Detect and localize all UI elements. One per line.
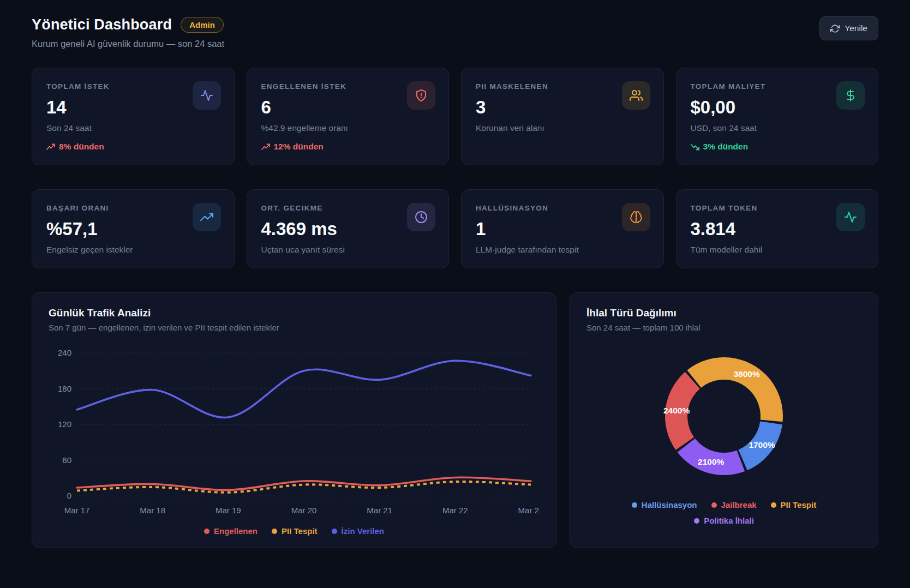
svg-text:180: 180 xyxy=(58,384,71,393)
stat-card-avg-latency: ORT. GECIKME 4.369 ms Uçtan uca yanıt sü… xyxy=(247,189,450,268)
donut-chart-title: İhlal Türü Dağılımı xyxy=(586,307,861,319)
stat-sub: LLM-judge tarafından tespit xyxy=(476,245,649,255)
trending-up-icon xyxy=(261,143,270,151)
legend-item-pii-tespit[interactable]: PII Tespit xyxy=(771,500,817,509)
legend-item-jailbreak[interactable]: Jailbreak xyxy=(711,500,757,509)
stat-card-pii-masked: PII MASKELENEN 3 Korunan veri alanı xyxy=(461,68,664,165)
violations-panel: İhlal Türü Dağılımı Son 24 saat — toplam… xyxy=(570,292,878,548)
legend-label: Hallüsinasyon xyxy=(642,500,697,509)
traffic-line-chart: 060120180240Mar 17Mar 18Mar 19Mar 20Mar … xyxy=(49,341,540,521)
stat-card-hallucination: HALLÜSINASYON 1 LLM-judge tarafından tes… xyxy=(461,189,664,268)
stat-card-total-cost: TOPLAM MALIYET $0,00 USD, son 24 saat 3%… xyxy=(676,68,879,165)
legend-label: Jailbreak xyxy=(721,500,757,509)
legend-dot xyxy=(272,529,277,534)
stat-card-total-tokens: TOPLAM TOKEN 3.814 Tüm modeller dahil xyxy=(676,189,879,268)
svg-text:60: 60 xyxy=(62,455,71,465)
dollar-icon xyxy=(836,81,865,110)
donut-chart-subtitle: Son 24 saat — toplam 100 ihlal xyxy=(586,323,861,332)
stat-trend-text: 12% dünden xyxy=(274,142,324,152)
legend-dot xyxy=(771,502,776,508)
stat-sub: %42.9 engelleme oranı xyxy=(261,123,435,133)
svg-text:Mar 20: Mar 20 xyxy=(291,506,317,515)
trending-up-icon xyxy=(193,203,221,231)
svg-text:120: 120 xyxy=(58,419,71,429)
svg-text:Mar 17: Mar 17 xyxy=(64,506,90,515)
svg-text:2100%: 2100% xyxy=(698,457,724,466)
refresh-label: Yenile xyxy=(845,23,867,33)
stat-trend: 12% dünden xyxy=(261,142,435,152)
legend-dot xyxy=(632,502,637,508)
legend-item-engellenen[interactable]: Engellenen xyxy=(204,526,258,536)
stat-sub: USD, son 24 saat xyxy=(691,123,864,133)
stat-sub: Korunan veri alanı xyxy=(476,123,649,133)
stat-trend: 3% dünden xyxy=(691,142,864,152)
svg-text:2400%: 2400% xyxy=(663,406,690,415)
stat-card-total-requests: TOPLAM İSTEK 14 Son 24 saat 8% dünden xyxy=(32,68,235,165)
traffic-chart-title: Günlük Trafik Analizi xyxy=(49,307,540,319)
clock-icon xyxy=(407,203,435,231)
svg-text:3800%: 3800% xyxy=(733,369,759,379)
activity-icon xyxy=(193,81,221,110)
stat-sub: Son 24 saat xyxy=(46,123,220,133)
header-block: Yönetici Dashboard Admin Kurum geneli AI… xyxy=(32,16,224,49)
stat-sub: Engelsiz geçen istekler xyxy=(46,245,220,255)
legend-dot xyxy=(204,529,209,534)
traffic-panel: Günlük Trafik Analizi Son 7 gün — engell… xyxy=(32,292,556,548)
svg-text:Mar 21: Mar 21 xyxy=(367,506,392,515)
stat-card-blocked-requests: ENGELLENEN İSTEK 6 %42.9 engelleme oranı… xyxy=(247,68,450,165)
legend-dot xyxy=(711,502,717,508)
svg-text:Mar 18: Mar 18 xyxy=(140,506,165,515)
legend-dot xyxy=(332,529,337,534)
svg-text:Mar 19: Mar 19 xyxy=(215,506,241,515)
svg-text:0: 0 xyxy=(67,491,71,500)
stat-trend: 8% dünden xyxy=(46,142,220,152)
svg-text:240: 240 xyxy=(58,348,71,357)
stat-trend-text: 3% dünden xyxy=(703,142,749,152)
traffic-legend: Engellenen PII Tespit İzin Verilen xyxy=(49,526,540,536)
legend-label: Engellenen xyxy=(214,526,258,536)
legend-dot xyxy=(694,518,699,524)
legend-label: PII Tespit xyxy=(282,526,318,536)
topbar: Yönetici Dashboard Admin Kurum geneli AI… xyxy=(32,16,878,49)
legend-item-izin-verilen[interactable]: İzin Verilen xyxy=(332,526,384,536)
legend-item-pii-tespit[interactable]: PII Tespit xyxy=(272,526,318,536)
bottom-section: Günlük Trafik Analizi Son 7 gün — engell… xyxy=(32,292,878,548)
users-icon xyxy=(622,81,650,110)
legend-label: Politika İhlali xyxy=(704,516,754,525)
legend-label: PII Tespit xyxy=(781,500,817,509)
stat-trend-text: 8% dünden xyxy=(59,142,104,152)
refresh-icon xyxy=(830,24,840,33)
legend-label: İzin Verilen xyxy=(342,526,384,536)
stat-sub: Tüm modeller dahil xyxy=(691,245,864,255)
trending-up-icon xyxy=(46,143,55,151)
svg-text:Mar 22: Mar 22 xyxy=(442,506,468,515)
page-title: Yönetici Dashboard xyxy=(32,16,172,33)
svg-text:Mar 23: Mar 23 xyxy=(518,506,540,515)
activity-icon xyxy=(836,203,865,231)
refresh-button[interactable]: Yenile xyxy=(819,16,878,40)
stat-card-success-rate: BAŞARI ORANI %57,1 Engelsiz geçen istekl… xyxy=(32,189,235,268)
dashboard-page: Yönetici Dashboard Admin Kurum geneli AI… xyxy=(0,0,910,588)
page-subtitle: Kurum geneli AI güvenlik durumu — son 24… xyxy=(32,39,224,49)
legend-item-politika-ihlali[interactable]: Politika İhlali xyxy=(694,516,754,525)
trending-down-icon xyxy=(691,143,699,151)
brain-icon xyxy=(622,203,650,231)
legend-item-hallusinasyon[interactable]: Hallüsinasyon xyxy=(632,500,697,509)
shield-alert-icon xyxy=(407,81,435,110)
admin-badge: Admin xyxy=(181,17,224,33)
donut-legend: Hallüsinasyon Jailbreak PII Tespit Polit… xyxy=(604,500,844,525)
stats-grid: TOPLAM İSTEK 14 Son 24 saat 8% dünden EN… xyxy=(32,68,878,268)
violations-donut-chart: 3800%1700%2100%2400% xyxy=(586,334,861,498)
traffic-chart-subtitle: Son 7 gün — engellenen, izin verilen ve … xyxy=(49,323,540,332)
svg-text:1700%: 1700% xyxy=(749,440,775,449)
stat-sub: Uçtan uca yanıt süresi xyxy=(261,245,435,255)
